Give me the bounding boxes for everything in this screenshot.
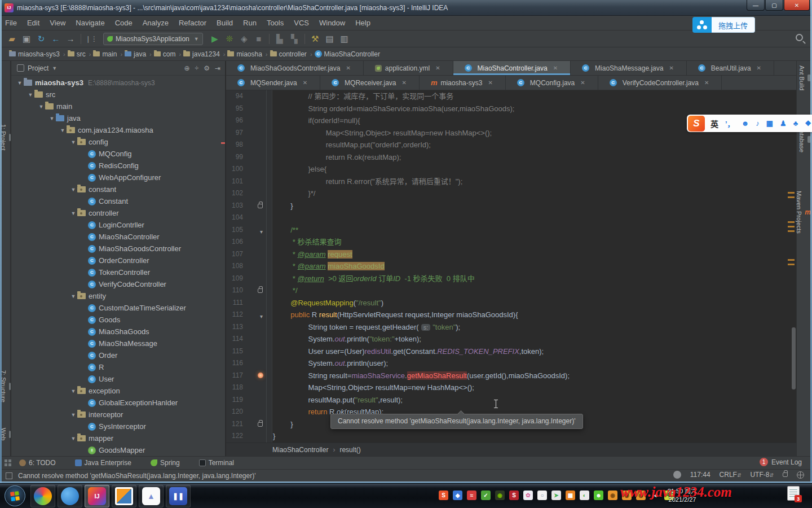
tree-item-src[interactable]: ▼src (11, 89, 226, 100)
emoji-icon[interactable]: ☻ (738, 119, 753, 128)
menu-code[interactable]: Code (110, 19, 138, 27)
close-icon[interactable]: ✕ (553, 65, 558, 71)
search-icon[interactable] (796, 34, 803, 41)
tree-item-miaoshagoodscontroller[interactable]: CMiaoShaGoodsController (11, 243, 226, 255)
tree-item-order[interactable]: COrder (11, 349, 226, 361)
tree-item-tokencontroller[interactable]: CTokenController (11, 266, 226, 278)
breadcrumb-item-java[interactable]: java› (125, 50, 152, 58)
tree-item-miaoshagoods[interactable]: CMiaoShaGoods (11, 326, 226, 338)
dump-icon[interactable]: ▚ (287, 34, 302, 44)
menu-tools[interactable]: Tools (262, 19, 289, 27)
tray-green-dots-tray[interactable]: ◐ (580, 491, 589, 500)
close-icon[interactable]: ✕ (580, 80, 585, 86)
tray-sogou-tray[interactable]: S (439, 491, 448, 500)
column-selection-icon[interactable]: ❘⋮ (84, 35, 99, 43)
back-icon[interactable]: ← (48, 34, 63, 43)
keyboard-icon[interactable]: ▦ (763, 119, 776, 128)
collapse-all-icon[interactable]: ⇥ (215, 64, 220, 72)
stripe-warning-mark[interactable] (788, 221, 795, 223)
tool-button-todo[interactable]: 6: TODO (19, 459, 56, 467)
tool-button-javaenterprise[interactable]: Java Enterprise (75, 459, 131, 467)
taskbar-office-app[interactable] (112, 485, 136, 507)
sync-icon[interactable]: ↻ (34, 34, 48, 44)
tree-item-user[interactable]: CUser (11, 373, 226, 385)
taskbar-media-app[interactable]: ❚❚ (166, 485, 191, 507)
readonly-lock-icon[interactable] (783, 472, 788, 477)
menu-window[interactable]: Window (314, 19, 350, 27)
breadcrumb-item-java1234[interactable]: java1234› (183, 50, 225, 58)
close-icon[interactable]: ✕ (303, 80, 307, 86)
tree-item-miaoshamessage[interactable]: CMiaoShaMessage (11, 338, 226, 349)
close-button[interactable]: ✕ (784, 0, 810, 11)
tree-item-globalexceptionhanlder[interactable]: CGlobalExceptionHanlder (11, 397, 226, 409)
lang-mode[interactable]: 英 (707, 118, 722, 129)
tree-item-logincontrller[interactable]: CLoginContrller (11, 219, 226, 231)
tool-button-terminal[interactable]: Terminal (199, 459, 234, 467)
tree-item-sysinterceptor[interactable]: CSysInterceptor (11, 421, 226, 432)
person-icon[interactable]: ♟ (776, 119, 790, 128)
tree-item-mqconfig[interactable]: CMQConfig (11, 148, 226, 160)
run-configuration-select[interactable]: MiaoshaSys3Application ▼ (103, 33, 203, 45)
caret-position[interactable]: 117:44 (690, 471, 710, 479)
tree-item-main[interactable]: ▼main (11, 100, 226, 112)
breadcrumb-item-controller[interactable]: controller› (270, 50, 312, 58)
tab-miaoshagoodscontroller.java[interactable]: CMiaoShaGoodsController.java✕ (226, 61, 364, 75)
menu-edit[interactable]: Edit (22, 19, 45, 27)
debug-button[interactable]: ❊ (222, 34, 237, 44)
menu-file[interactable]: File (0, 19, 22, 27)
project-structure-icon[interactable]: ▥ (337, 34, 352, 44)
tab-application.yml[interactable]: application.yml✕ (364, 61, 453, 75)
tree-item-entity[interactable]: ▼entity (11, 290, 226, 302)
menu-refactor[interactable]: Refactor (174, 19, 211, 27)
tree-item-interceptor[interactable]: ▼interceptor (11, 409, 226, 421)
run-button[interactable]: ▶ (208, 34, 222, 44)
tree-item-constant[interactable]: CConstant (11, 195, 226, 207)
menu-navigate[interactable]: Navigate (70, 19, 109, 27)
stripe-warning-mark[interactable] (788, 230, 795, 232)
close-icon[interactable]: ✕ (669, 65, 673, 71)
skin-icon[interactable]: ♣ (790, 119, 802, 128)
stripe-warning-mark[interactable] (788, 226, 795, 227)
wrench-icon[interactable]: ⚒ (308, 34, 323, 44)
stripe-warning-mark[interactable] (788, 196, 795, 198)
tray-alarm-tray[interactable]: ≈ (467, 491, 476, 500)
ime-toolbar[interactable]: S 英’，☻♪▦♟♣❖ (687, 115, 812, 132)
tree-item-redisconfig[interactable]: CRedisConfig (11, 160, 226, 172)
tab-miaosha-sys3[interactable]: mmiaosha-sys3✕ (420, 76, 506, 90)
menu-build[interactable]: Build (211, 19, 238, 27)
tree-item-exception[interactable]: ▼exception (11, 385, 226, 397)
menu-help[interactable]: Help (350, 19, 376, 27)
tray-stack-tray[interactable]: ◆ (453, 491, 462, 500)
menu-run[interactable]: Run (238, 19, 262, 27)
taskbar-pinwheel-app[interactable] (30, 485, 55, 507)
project-panel-header[interactable]: Project ▼ ⊕÷⚙⇥ (11, 61, 225, 76)
tree-item-ordercontroller[interactable]: COrderController (11, 255, 226, 266)
tree-item-config[interactable]: ▼config (11, 136, 226, 148)
drag-upload-overlay[interactable]: 拖拽上传 (692, 17, 755, 33)
tray-wechat-tray[interactable]: ☻ (594, 491, 603, 500)
tray-nvidia-tray[interactable]: ◉ (495, 491, 505, 500)
start-button[interactable] (5, 485, 25, 506)
tray-doc-arrow-tray[interactable]: ➤ (551, 491, 561, 500)
toolbox-icon[interactable]: ❖ (801, 119, 812, 128)
encoding-select[interactable]: UTF-8⇵ (750, 471, 774, 479)
breadcrumb-item-src[interactable]: src› (68, 50, 91, 58)
settings-dialog-icon[interactable]: ▤ (323, 34, 337, 44)
menu-vcs[interactable]: VCS (289, 19, 314, 27)
minimize-button[interactable]: — (747, 0, 765, 11)
forward-icon[interactable]: → (63, 34, 78, 43)
stripe-warning-mark[interactable] (788, 264, 795, 265)
editor-scrollbar[interactable] (792, 327, 796, 389)
tab-beanutil.java[interactable]: CBeanUtil.java✕ (687, 61, 774, 75)
taskbar-browser-app[interactable] (58, 485, 82, 507)
close-icon[interactable]: ✕ (757, 65, 761, 71)
close-icon[interactable]: ✕ (704, 80, 709, 86)
tree-item-mapper[interactable]: ▼mapper (11, 432, 226, 444)
maximize-button[interactable]: ▢ (765, 0, 783, 11)
stop-button[interactable]: ■ (251, 34, 266, 43)
breadcrumb-class[interactable]: MiaoShaController (272, 446, 328, 454)
line-ending-select[interactable]: CRLF⇵ (720, 471, 742, 479)
close-icon[interactable]: ✕ (401, 80, 406, 86)
indicator-icon[interactable] (797, 471, 804, 479)
voice-icon[interactable]: ♪ (752, 119, 763, 128)
